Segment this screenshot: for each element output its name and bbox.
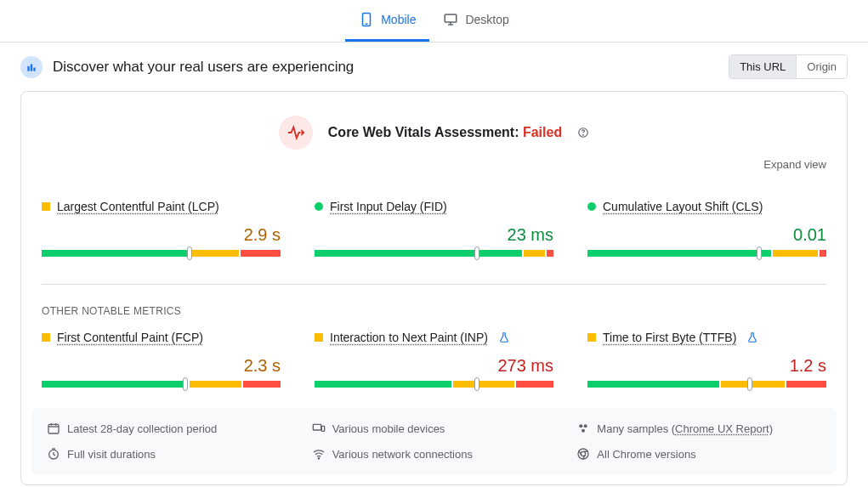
vitals-card: Core Web Vitals Assessment: Failed Expan…	[20, 91, 848, 485]
marker-icon	[757, 246, 762, 260]
metric-cls: Cumulative Layout Shift (CLS) 0.01	[587, 200, 826, 257]
metric-ttfb-name[interactable]: Time to First Byte (TTFB)	[603, 331, 736, 344]
footer-samples: Many samples (Chrome UX Report)	[576, 422, 821, 435]
metric-lcp: Largest Contentful Paint (LCP) 2.9 s	[42, 200, 281, 257]
pulse-icon	[279, 116, 313, 150]
scope-toggle: This URL Origin	[729, 54, 848, 79]
assessment-status: Failed	[523, 125, 562, 139]
metric-fcp-value: 2.3 s	[42, 356, 281, 376]
status-square-icon	[42, 202, 50, 211]
metric-fcp: First Contentful Paint (FCP) 2.3 s	[42, 331, 281, 388]
expand-view-link[interactable]: Expand view	[21, 158, 847, 186]
insights-icon	[20, 56, 43, 78]
svg-rect-2	[445, 14, 457, 22]
svg-line-22	[54, 455, 55, 456]
marker-icon	[187, 246, 192, 260]
tab-desktop-label: Desktop	[465, 13, 508, 26]
svg-point-10	[583, 135, 584, 136]
metric-cls-bar	[587, 250, 826, 257]
metric-lcp-bar	[42, 250, 281, 257]
other-metrics-header: OTHER NOTABLE METRICS	[21, 285, 847, 317]
crux-report-link[interactable]: Chrome UX Report	[675, 422, 769, 435]
core-metrics-grid: Largest Contentful Paint (LCP) 2.9 s Fir…	[21, 186, 847, 277]
metric-inp-bar	[315, 381, 553, 388]
metric-fcp-bar	[42, 381, 281, 388]
help-icon[interactable]	[577, 127, 589, 139]
metric-cls-value: 0.01	[587, 225, 826, 245]
toggle-origin[interactable]: Origin	[796, 55, 847, 78]
assessment-prefix: Core Web Vitals Assessment:	[328, 125, 523, 139]
marker-icon	[747, 377, 752, 391]
marker-icon	[474, 377, 479, 391]
svg-point-17	[580, 424, 583, 428]
experimental-icon	[746, 331, 758, 343]
toggle-this-url[interactable]: This URL	[729, 55, 796, 78]
metric-inp: Interaction to Next Paint (INP) 273 ms	[315, 331, 553, 388]
metric-inp-value: 273 ms	[315, 356, 553, 376]
tab-mobile[interactable]: Mobile	[345, 0, 429, 42]
chrome-icon	[576, 447, 590, 461]
footer-durations: Full visit durations	[47, 447, 292, 461]
footer-network: Various network connections	[312, 447, 557, 461]
svg-marker-8	[302, 131, 304, 134]
marker-icon	[183, 377, 188, 391]
metric-ttfb-bar	[587, 381, 826, 388]
footer-versions: All Chrome versions	[576, 447, 821, 461]
footer-info: Latest 28-day collection period Various …	[31, 408, 837, 474]
metric-lcp-name[interactable]: Largest Contentful Paint (LCP)	[57, 200, 219, 213]
metric-ttfb-value: 1.2 s	[587, 356, 826, 376]
assessment-row: Core Web Vitals Assessment: Failed	[21, 92, 847, 158]
metric-lcp-value: 2.9 s	[42, 225, 281, 245]
footer-period: Latest 28-day collection period	[47, 422, 292, 435]
mobile-icon	[359, 12, 374, 27]
banner: Discover what your real users are experi…	[0, 42, 868, 91]
metric-fid: First Input Delay (FID) 23 ms	[315, 200, 553, 257]
metric-fcp-name[interactable]: First Contentful Paint (FCP)	[57, 331, 203, 344]
metric-cls-name[interactable]: Cumulative Layout Shift (CLS)	[603, 200, 763, 213]
tab-mobile-label: Mobile	[381, 13, 416, 26]
tab-desktop[interactable]: Desktop	[429, 0, 522, 42]
devices-icon	[312, 422, 326, 435]
other-metrics-grid: First Contentful Paint (FCP) 2.3 s Inter…	[21, 317, 847, 408]
svg-point-18	[584, 424, 587, 428]
desktop-icon	[443, 12, 458, 27]
svg-rect-15	[313, 424, 321, 430]
svg-rect-11	[48, 424, 59, 433]
wifi-icon	[312, 447, 326, 461]
svg-point-24	[318, 458, 319, 459]
status-square-icon	[315, 333, 323, 342]
status-square-icon	[587, 333, 596, 342]
svg-rect-16	[321, 426, 324, 431]
experimental-icon	[498, 331, 510, 343]
samples-icon	[576, 422, 590, 435]
metric-fid-value: 23 ms	[315, 225, 553, 245]
clock-icon	[47, 447, 60, 461]
svg-rect-5	[27, 65, 29, 71]
metric-fid-bar	[315, 250, 553, 257]
metric-fid-name[interactable]: First Input Delay (FID)	[330, 200, 447, 213]
calendar-icon	[47, 422, 60, 435]
metric-ttfb: Time to First Byte (TTFB) 1.2 s	[587, 331, 826, 388]
marker-icon	[474, 246, 479, 260]
svg-point-19	[582, 429, 585, 433]
assessment-text: Core Web Vitals Assessment: Failed	[328, 125, 562, 140]
status-dot-icon	[315, 202, 323, 211]
footer-devices: Various mobile devices	[312, 422, 557, 435]
status-dot-icon	[587, 202, 596, 211]
banner-title: Discover what your real users are experi…	[53, 59, 718, 76]
svg-rect-6	[31, 64, 32, 71]
device-tabs: Mobile Desktop	[0, 0, 868, 42]
svg-rect-7	[33, 67, 35, 71]
status-square-icon	[42, 333, 50, 342]
metric-inp-name[interactable]: Interaction to Next Paint (INP)	[330, 331, 488, 344]
